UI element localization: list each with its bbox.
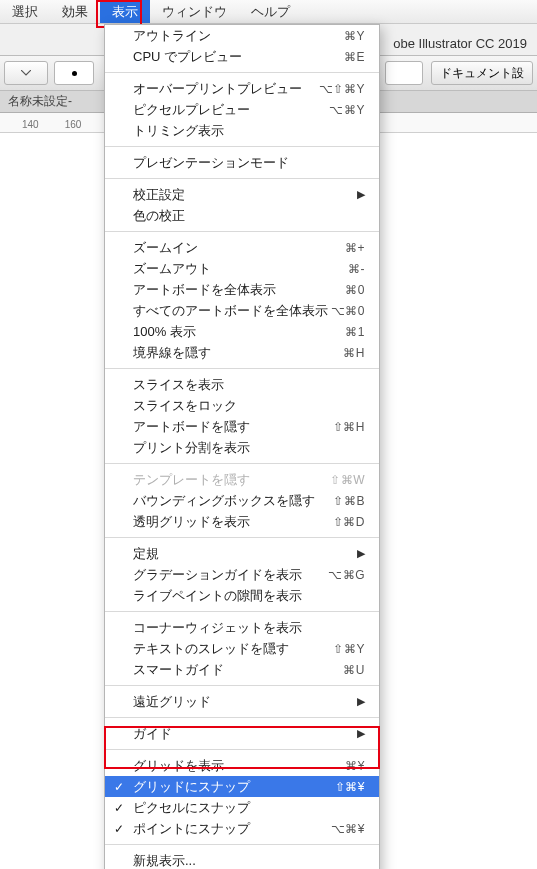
stroke-weight-dropdown[interactable] bbox=[4, 61, 48, 85]
menu-separator bbox=[105, 72, 379, 73]
menu-shortcut: ⌘1 bbox=[345, 325, 365, 339]
menu-item-label: テキストのスレッドを隠す bbox=[133, 640, 289, 658]
menu-item[interactable]: ✓ピクセルにスナップ bbox=[105, 797, 379, 818]
menu-item-label: 定規 bbox=[133, 545, 159, 563]
menu-item[interactable]: スライスを表示 bbox=[105, 374, 379, 395]
menubar-item-2[interactable]: 表示 bbox=[100, 0, 150, 23]
menu-item[interactable]: ズームイン⌘+ bbox=[105, 237, 379, 258]
menu-shortcut: ⌘E bbox=[344, 50, 365, 64]
menu-shortcut: ⌘¥ bbox=[345, 759, 365, 773]
menu-item[interactable]: ガイド▶ bbox=[105, 723, 379, 744]
menu-item[interactable]: 定規▶ bbox=[105, 543, 379, 564]
menu-item[interactable]: トリミング表示 bbox=[105, 120, 379, 141]
menu-separator bbox=[105, 685, 379, 686]
menu-item-label: アートボードを全体表示 bbox=[133, 281, 276, 299]
menu-item: テンプレートを隠す⇧⌘W bbox=[105, 469, 379, 490]
menu-item-label: CPU でプレビュー bbox=[133, 48, 242, 66]
menu-item[interactable]: バウンディングボックスを隠す⇧⌘B bbox=[105, 490, 379, 511]
menu-shortcut: ⇧⌘D bbox=[333, 515, 365, 529]
check-icon: ✓ bbox=[114, 822, 124, 836]
menu-item[interactable]: ズームアウト⌘- bbox=[105, 258, 379, 279]
menu-item[interactable]: 校正設定▶ bbox=[105, 184, 379, 205]
menu-item-label: スライスを表示 bbox=[133, 376, 224, 394]
menu-item-label: グラデーションガイドを表示 bbox=[133, 566, 302, 584]
submenu-arrow-icon: ▶ bbox=[357, 727, 365, 740]
menu-item-label: 透明グリッドを表示 bbox=[133, 513, 250, 531]
menu-item[interactable]: スマートガイド⌘U bbox=[105, 659, 379, 680]
menu-separator bbox=[105, 844, 379, 845]
menubar-item-4[interactable]: ヘルプ bbox=[239, 0, 302, 23]
view-menu-dropdown: アウトライン⌘YCPU でプレビュー⌘Eオーバープリントプレビュー⌥⇧⌘Yピクセ… bbox=[104, 24, 380, 869]
stroke-style-swatch[interactable] bbox=[54, 61, 94, 85]
menu-item-label: すべてのアートボードを全体表示 bbox=[133, 302, 328, 320]
menu-shortcut: ⌥⌘¥ bbox=[331, 822, 365, 836]
menu-item[interactable]: ピクセルプレビュー⌥⌘Y bbox=[105, 99, 379, 120]
menu-separator bbox=[105, 537, 379, 538]
menu-shortcut: ⌥⇧⌘Y bbox=[319, 82, 365, 96]
menu-item[interactable]: 遠近グリッド▶ bbox=[105, 691, 379, 712]
menu-item-label: 100% 表示 bbox=[133, 323, 196, 341]
menu-separator bbox=[105, 611, 379, 612]
menu-item[interactable]: オーバープリントプレビュー⌥⇧⌘Y bbox=[105, 78, 379, 99]
menu-item[interactable]: アートボードを隠す⇧⌘H bbox=[105, 416, 379, 437]
check-icon: ✓ bbox=[114, 801, 124, 815]
menu-item-label: ズームイン bbox=[133, 239, 198, 257]
menu-item[interactable]: テキストのスレッドを隠す⇧⌘Y bbox=[105, 638, 379, 659]
menu-item-label: グリッドにスナップ bbox=[133, 778, 250, 796]
menu-item-label: コーナーウィジェットを表示 bbox=[133, 619, 302, 637]
fill-swatch[interactable] bbox=[385, 61, 423, 85]
menu-shortcut: ⌘+ bbox=[345, 241, 365, 255]
menu-item-label: スマートガイド bbox=[133, 661, 224, 679]
menu-item[interactable]: プレゼンテーションモード bbox=[105, 152, 379, 173]
menu-item-label: オーバープリントプレビュー bbox=[133, 80, 302, 98]
menu-separator bbox=[105, 231, 379, 232]
menu-item-label: ピクセルプレビュー bbox=[133, 101, 250, 119]
document-tab[interactable]: 名称未設定- bbox=[8, 93, 72, 110]
menu-item[interactable]: グリッドを表示⌘¥ bbox=[105, 755, 379, 776]
menu-shortcut: ⇧⌘B bbox=[333, 494, 365, 508]
menu-shortcut: ⌥⌘G bbox=[328, 568, 365, 582]
menu-item[interactable]: 透明グリッドを表示⇧⌘D bbox=[105, 511, 379, 532]
menu-item[interactable]: 100% 表示⌘1 bbox=[105, 321, 379, 342]
menu-item-label: 校正設定 bbox=[133, 186, 185, 204]
document-setup-button[interactable]: ドキュメント設 bbox=[431, 61, 533, 85]
menu-shortcut: ⌥⌘Y bbox=[329, 103, 365, 117]
menu-separator bbox=[105, 146, 379, 147]
menu-item[interactable]: ライブペイントの隙間を表示 bbox=[105, 585, 379, 606]
menu-separator bbox=[105, 717, 379, 718]
submenu-arrow-icon: ▶ bbox=[357, 695, 365, 708]
menu-item[interactable]: アウトライン⌘Y bbox=[105, 25, 379, 46]
menu-item[interactable]: スライスをロック bbox=[105, 395, 379, 416]
menu-item[interactable]: アートボードを全体表示⌘0 bbox=[105, 279, 379, 300]
menu-item-label: 境界線を隠す bbox=[133, 344, 211, 362]
menu-item-label: スライスをロック bbox=[133, 397, 237, 415]
menu-item[interactable]: 境界線を隠す⌘H bbox=[105, 342, 379, 363]
menu-shortcut: ⌘H bbox=[343, 346, 365, 360]
menu-item[interactable]: CPU でプレビュー⌘E bbox=[105, 46, 379, 67]
menubar-item-3[interactable]: ウィンドウ bbox=[150, 0, 239, 23]
menu-shortcut: ⇧⌘H bbox=[333, 420, 365, 434]
submenu-arrow-icon: ▶ bbox=[357, 188, 365, 201]
menu-item[interactable]: すべてのアートボードを全体表示⌥⌘0 bbox=[105, 300, 379, 321]
app-title: obe Illustrator CC 2019 bbox=[393, 36, 527, 51]
menubar: 選択効果表示ウィンドウヘルプ bbox=[0, 0, 537, 24]
menu-item-label: バウンディングボックスを隠す bbox=[133, 492, 315, 510]
menu-item-label: プレゼンテーションモード bbox=[133, 154, 289, 172]
chevron-down-icon bbox=[21, 70, 31, 76]
menu-item[interactable]: ✓グリッドにスナップ⇧⌘¥ bbox=[105, 776, 379, 797]
menu-item[interactable]: 色の校正 bbox=[105, 205, 379, 226]
menu-shortcut: ⇧⌘Y bbox=[333, 642, 365, 656]
menu-item[interactable]: プリント分割を表示 bbox=[105, 437, 379, 458]
menubar-item-0[interactable]: 選択 bbox=[0, 0, 50, 23]
menubar-item-1[interactable]: 効果 bbox=[50, 0, 100, 23]
menu-item[interactable]: ✓ポイントにスナップ⌥⌘¥ bbox=[105, 818, 379, 839]
menu-item-label: グリッドを表示 bbox=[133, 757, 224, 775]
menu-item[interactable]: コーナーウィジェットを表示 bbox=[105, 617, 379, 638]
menu-separator bbox=[105, 463, 379, 464]
menu-shortcut: ⌘U bbox=[343, 663, 365, 677]
menu-item-label: アートボードを隠す bbox=[133, 418, 250, 436]
menu-item-label: ライブペイントの隙間を表示 bbox=[133, 587, 302, 605]
menu-item[interactable]: 新規表示... bbox=[105, 850, 379, 869]
menu-item-label: 色の校正 bbox=[133, 207, 185, 225]
menu-item[interactable]: グラデーションガイドを表示⌥⌘G bbox=[105, 564, 379, 585]
